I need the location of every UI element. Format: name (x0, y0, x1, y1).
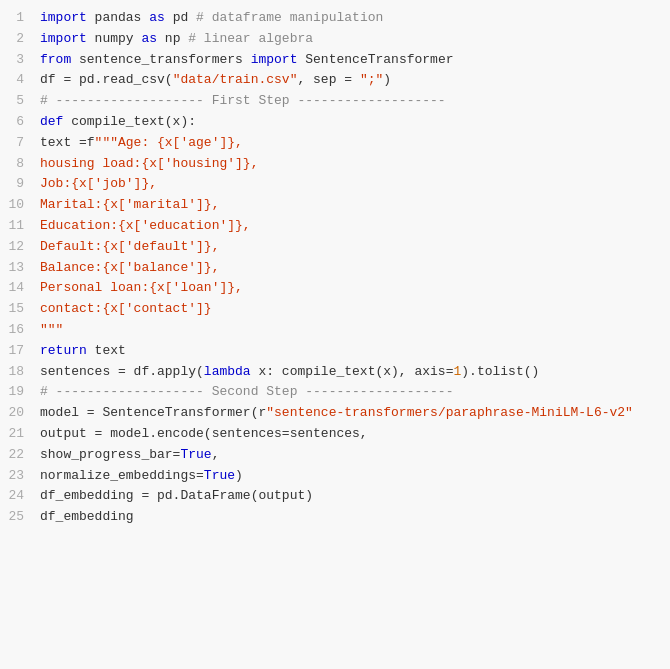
code-line: show_progress_bar=True, (40, 445, 662, 466)
line-number: 7 (8, 133, 24, 154)
code-line: sentences = df.apply(lambda x: compile_t… (40, 362, 662, 383)
code-line: model = SentenceTransformer(r"sentence-t… (40, 403, 662, 424)
code-line: import pandas as pd # dataframe manipula… (40, 8, 662, 29)
line-number: 21 (8, 424, 24, 445)
token-text-normal: sentence_transformers (71, 52, 250, 67)
token-kw-import: import (251, 52, 298, 67)
code-line: text =f"""Age: {x['age']}, (40, 133, 662, 154)
token-text-normal: output = model.encode(sentences=sentence… (40, 426, 368, 441)
token-text-normal: sentences = df.apply( (40, 364, 204, 379)
token-true-kw: True (204, 468, 235, 483)
line-number: 25 (8, 507, 24, 528)
code-line: # ------------------- Second Step ------… (40, 382, 662, 403)
token-string: """Age: {x['age']}, (95, 135, 243, 150)
token-text-normal: df_embedding = pd.DataFrame(output) (40, 488, 313, 503)
token-text-normal: df = pd.read_csv( (40, 72, 173, 87)
token-text-normal: , sep = (297, 72, 359, 87)
token-string: housing load:{x['housing']}, (40, 156, 258, 171)
token-text-normal: text (87, 343, 126, 358)
token-text-normal: pandas (87, 10, 149, 25)
code-line: Education:{x['education']}, (40, 216, 662, 237)
line-number: 17 (8, 341, 24, 362)
token-kw-def: def (40, 114, 63, 129)
line-number: 6 (8, 112, 24, 133)
line-number: 14 (8, 278, 24, 299)
token-text-normal: ).tolist() (461, 364, 539, 379)
token-string: """ (40, 322, 63, 337)
code-line: """ (40, 320, 662, 341)
token-string: Balance:{x['balance']}, (40, 260, 219, 275)
token-text-normal: np (157, 31, 188, 46)
token-text-normal: normalize_embeddings= (40, 468, 204, 483)
line-number: 23 (8, 466, 24, 487)
code-line: Marital:{x['marital']}, (40, 195, 662, 216)
line-number: 5 (8, 91, 24, 112)
code-line: Personal loan:{x['loan']}, (40, 278, 662, 299)
token-string: Personal loan:{x['loan']}, (40, 280, 243, 295)
token-comment: # dataframe manipulation (196, 10, 383, 25)
token-lambda-kw: lambda (204, 364, 251, 379)
token-text-normal: compile_text(x): (63, 114, 196, 129)
line-number: 22 (8, 445, 24, 466)
token-text-normal: text =f (40, 135, 95, 150)
token-kw-return: return (40, 343, 87, 358)
token-kw-import: import (40, 10, 87, 25)
token-text-normal: model = SentenceTransformer(r (40, 405, 266, 420)
line-number: 12 (8, 237, 24, 258)
token-kw-import: from (40, 52, 71, 67)
token-comment: # linear algebra (188, 31, 313, 46)
line-number: 8 (8, 154, 24, 175)
code-line: contact:{x['contact']} (40, 299, 662, 320)
code-line: housing load:{x['housing']}, (40, 154, 662, 175)
token-text-normal: show_progress_bar= (40, 447, 180, 462)
code-line: normalize_embeddings=True) (40, 466, 662, 487)
token-true-kw: True (180, 447, 211, 462)
token-comment: # ------------------- First Step -------… (40, 93, 446, 108)
token-text-normal: pd (165, 10, 196, 25)
token-string: contact:{x['contact']} (40, 301, 212, 316)
token-string: "sentence-transformers/paraphrase-MiniLM… (266, 405, 633, 420)
token-kw-import: import (40, 31, 87, 46)
line-number: 19 (8, 382, 24, 403)
line-number: 16 (8, 320, 24, 341)
token-text-normal: df_embedding (40, 509, 134, 524)
code-line: Default:{x['default']}, (40, 237, 662, 258)
code-line: Job:{x['job']}, (40, 174, 662, 195)
token-text-normal: numpy (87, 31, 142, 46)
code-line: return text (40, 341, 662, 362)
token-kw-as: as (141, 31, 157, 46)
token-text-normal: ) (235, 468, 243, 483)
code-line: import numpy as np # linear algebra (40, 29, 662, 50)
token-text-normal: SentenceTransformer (297, 52, 453, 67)
token-string: "data/train.csv" (173, 72, 298, 87)
token-string: Default:{x['default']}, (40, 239, 219, 254)
token-text-normal: , (212, 447, 220, 462)
token-text-normal: ) (383, 72, 391, 87)
token-comment: # ------------------- Second Step ------… (40, 384, 453, 399)
code-content: import pandas as pd # dataframe manipula… (32, 0, 670, 669)
line-number: 1 (8, 8, 24, 29)
line-number: 3 (8, 50, 24, 71)
code-line: from sentence_transformers import Senten… (40, 50, 662, 71)
line-numbers: 1234567891011121314151617181920212223242… (0, 0, 32, 669)
line-number: 2 (8, 29, 24, 50)
line-number: 20 (8, 403, 24, 424)
code-line: # ------------------- First Step -------… (40, 91, 662, 112)
token-text-normal: x: compile_text(x), axis= (251, 364, 454, 379)
code-editor: 1234567891011121314151617181920212223242… (0, 0, 670, 669)
line-number: 4 (8, 70, 24, 91)
code-line: output = model.encode(sentences=sentence… (40, 424, 662, 445)
token-string: Job:{x['job']}, (40, 176, 157, 191)
line-number: 15 (8, 299, 24, 320)
code-line: df_embedding = pd.DataFrame(output) (40, 486, 662, 507)
line-number: 18 (8, 362, 24, 383)
line-number: 9 (8, 174, 24, 195)
code-line: df = pd.read_csv("data/train.csv", sep =… (40, 70, 662, 91)
code-line: def compile_text(x): (40, 112, 662, 133)
token-string: Education:{x['education']}, (40, 218, 251, 233)
line-number: 24 (8, 486, 24, 507)
code-line: Balance:{x['balance']}, (40, 258, 662, 279)
token-string: Marital:{x['marital']}, (40, 197, 219, 212)
code-line: df_embedding (40, 507, 662, 528)
line-number: 11 (8, 216, 24, 237)
